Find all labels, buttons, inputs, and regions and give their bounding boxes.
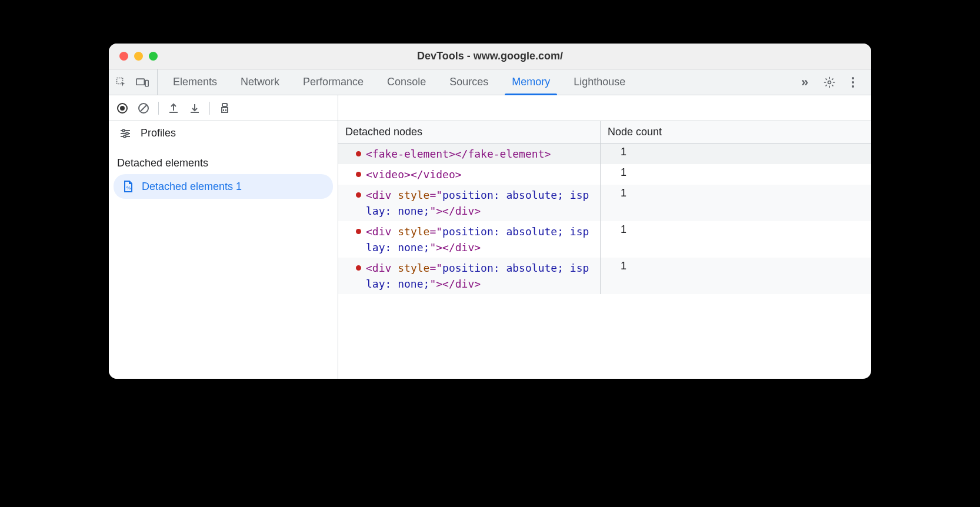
collect-garbage-icon[interactable] xyxy=(218,102,231,115)
tab-sources[interactable]: Sources xyxy=(438,69,500,95)
secondary-toolbar-left xyxy=(109,95,338,121)
detached-node-cell: <video></video> xyxy=(338,164,601,185)
tab-network[interactable]: Network xyxy=(229,69,291,95)
upload-icon[interactable] xyxy=(167,102,180,115)
more-tabs-icon[interactable]: » xyxy=(798,76,811,89)
minimize-window-button[interactable] xyxy=(134,52,143,61)
table-row[interactable]: <video></video>1 xyxy=(338,164,871,185)
tab-lighthouse[interactable]: Lighthouse xyxy=(562,69,637,95)
toolbar-left-icons xyxy=(115,69,158,95)
more-menu-icon[interactable] xyxy=(846,76,859,89)
tab-elements[interactable]: Elements xyxy=(161,69,229,95)
column-header-detached-nodes[interactable]: Detached nodes xyxy=(338,121,601,143)
svg-point-4 xyxy=(852,77,854,79)
devtools-window: DevTools - www.google.com/ ElementsNetwo… xyxy=(109,44,871,379)
divider xyxy=(209,102,210,115)
close-window-button[interactable] xyxy=(119,52,128,61)
tab-console[interactable]: Console xyxy=(375,69,438,95)
filter-icon xyxy=(119,128,131,139)
node-count-cell: 1 xyxy=(601,185,871,221)
inspect-element-icon[interactable] xyxy=(115,76,128,89)
sidebar-item-label: Detached elements 1 xyxy=(142,181,242,193)
device-toggle-icon[interactable] xyxy=(136,76,149,89)
svg-point-15 xyxy=(126,132,128,135)
svg-text:%: % xyxy=(126,185,131,191)
detached-bullet-icon xyxy=(356,192,361,198)
node-markup: <video></video> xyxy=(366,166,593,182)
node-count-cell: 1 xyxy=(601,164,871,185)
sidebar-section-title: Detached elements xyxy=(109,145,338,174)
maximize-window-button[interactable] xyxy=(149,52,158,61)
node-count-cell: 1 xyxy=(601,144,871,164)
node-markup: <fake-element></fake-element> xyxy=(366,146,593,162)
table-row[interactable]: <div style="position: absolute; isplay: … xyxy=(338,185,871,221)
svg-rect-11 xyxy=(222,104,227,106)
node-markup: <div style="position: absolute; isplay: … xyxy=(366,187,593,219)
svg-rect-2 xyxy=(145,80,148,86)
tab-performance[interactable]: Performance xyxy=(291,69,375,95)
detached-bullet-icon xyxy=(356,265,361,271)
settings-gear-icon[interactable] xyxy=(823,76,836,89)
detached-node-cell: <fake-element></fake-element> xyxy=(338,144,601,164)
table-row[interactable]: <fake-element></fake-element>1 xyxy=(338,144,871,164)
window-title: DevTools - www.google.com/ xyxy=(417,50,563,62)
main-panel: Detached nodes Node count <fake-element>… xyxy=(338,121,871,379)
node-count-cell: 1 xyxy=(601,221,871,258)
sidebar: Profiles Detached elements % Detached el… xyxy=(109,121,338,379)
table-header: Detached nodes Node count xyxy=(338,121,871,144)
content: Profiles Detached elements % Detached el… xyxy=(109,121,871,379)
table-row[interactable]: <div style="position: absolute; isplay: … xyxy=(338,258,871,294)
divider xyxy=(158,102,159,115)
traffic-lights xyxy=(109,52,158,61)
record-icon[interactable] xyxy=(116,102,129,115)
svg-point-5 xyxy=(852,81,854,84)
tab-memory[interactable]: Memory xyxy=(500,69,562,95)
table-row[interactable]: <div style="position: absolute; isplay: … xyxy=(338,221,871,258)
detached-bullet-icon xyxy=(356,151,361,156)
detached-node-cell: <div style="position: absolute; isplay: … xyxy=(338,221,601,258)
node-count-cell: 1 xyxy=(601,258,871,294)
profiles-label: Profiles xyxy=(141,127,176,139)
detached-node-cell: <div style="position: absolute; isplay: … xyxy=(338,185,601,221)
column-header-node-count[interactable]: Node count xyxy=(601,121,871,143)
tabbar: ElementsNetworkPerformanceConsoleSources… xyxy=(109,69,871,95)
toolbar-right-icons xyxy=(823,76,865,89)
table-body: <fake-element></fake-element>1<video></v… xyxy=(338,144,871,379)
detached-bullet-icon xyxy=(356,172,361,177)
profiles-header[interactable]: Profiles xyxy=(109,121,338,145)
svg-line-10 xyxy=(141,105,146,111)
svg-rect-1 xyxy=(136,79,145,85)
svg-point-3 xyxy=(828,81,831,84)
clear-icon[interactable] xyxy=(137,102,150,115)
detached-bullet-icon xyxy=(356,229,361,234)
node-markup: <div style="position: absolute; isplay: … xyxy=(366,260,593,292)
svg-point-6 xyxy=(852,85,854,88)
download-icon[interactable] xyxy=(188,102,201,115)
sidebar-item-detached-elements[interactable]: % Detached elements 1 xyxy=(114,174,333,199)
secondary-toolbar xyxy=(109,95,871,121)
svg-point-13 xyxy=(122,129,125,132)
svg-point-8 xyxy=(120,106,125,111)
svg-point-17 xyxy=(124,135,126,138)
document-icon: % xyxy=(123,180,134,193)
tabs-container: ElementsNetworkPerformanceConsoleSources… xyxy=(161,69,798,95)
node-markup: <div style="position: absolute; isplay: … xyxy=(366,224,593,255)
detached-node-cell: <div style="position: absolute; isplay: … xyxy=(338,258,601,294)
titlebar: DevTools - www.google.com/ xyxy=(109,44,871,69)
